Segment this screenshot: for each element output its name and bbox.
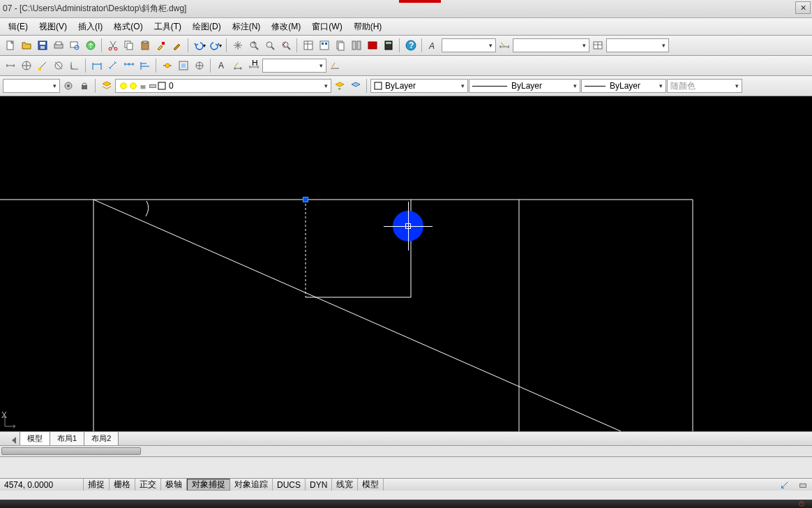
workspace-lock-icon[interactable] [77,78,92,94]
distance-icon[interactable] [3,58,18,73]
zoom-previous-icon[interactable] [278,38,294,53]
tablestyle-icon[interactable] [590,38,606,53]
menu-dimension[interactable]: 标注(N) [227,19,266,35]
dimstyle-icon[interactable] [497,38,512,53]
mtext-icon[interactable] [230,58,246,73]
layer-combo[interactable]: 0 ▾ [115,79,331,93]
annotation-scale-icon[interactable] [776,479,794,491]
status-ducs[interactable]: DUCS [273,479,306,491]
status-grid[interactable]: 栅格 [110,479,135,491]
h-scroll-thumb[interactable] [1,447,141,455]
menu-edit[interactable]: 辑(E) [3,19,33,35]
menu-modify[interactable]: 修改(M) [266,19,306,35]
model-geometry [0,96,812,431]
tab-model[interactable]: 模型 [20,431,50,445]
separator [188,38,189,52]
drawing-canvas[interactable]: X [0,96,812,431]
plotstyle-value: 随颜色 [670,80,696,92]
preview-icon[interactable] [67,38,82,53]
status-model[interactable]: 模型 [358,479,384,491]
color-combo[interactable]: ByLayer ▾ [370,79,468,93]
status-lwt[interactable]: 线宽 [332,479,358,491]
osnap-icon[interactable] [35,58,50,73]
dim-baseline-icon[interactable] [137,58,153,73]
properties-icon[interactable] [301,38,316,53]
close-icon[interactable]: ✕ [795,1,811,14]
tablestyle-combo[interactable]: ▾ [606,38,669,52]
workspace-settings-icon[interactable] [61,78,76,94]
tool-palette-icon[interactable] [349,38,364,53]
design-center-icon[interactable] [317,38,332,53]
tab-layout1[interactable]: 布局1 [50,431,84,445]
svg-line-20 [271,47,274,50]
layer-previous-icon[interactable] [332,78,347,94]
dim-aligned-icon[interactable] [105,58,121,73]
undo-icon[interactable]: ▾ [192,38,207,53]
menu-window[interactable]: 窗口(W) [306,19,347,35]
pan-icon[interactable] [230,38,246,53]
zoom-realtime-icon[interactable]: + [246,38,262,53]
status-otrack[interactable]: 对象追踪 [230,479,273,491]
publish-icon[interactable] [83,38,98,53]
open-icon[interactable] [19,38,34,53]
dim-linear-icon[interactable] [89,58,105,73]
h-scrollbar[interactable] [0,445,812,457]
plot-icon[interactable] [51,38,66,53]
linetype-combo[interactable]: ByLayer ▾ [469,79,580,93]
new-icon[interactable] [3,38,18,53]
calc-icon[interactable] [381,38,396,53]
lineweight-value: ByLayer [610,81,640,91]
menu-tools[interactable]: 工具(T) [149,19,187,35]
menu-format[interactable]: 格式(O) [108,19,148,35]
center-mark-icon[interactable] [192,58,207,73]
svg-rect-29 [338,43,344,50]
lineweight-combo[interactable]: ByLayer ▾ [581,79,666,93]
layer-manager-icon[interactable] [99,78,114,94]
brush-icon[interactable] [170,38,185,53]
workspace-combo[interactable]: ▾ [3,79,60,93]
status-snap[interactable]: 捕捉 [84,479,110,491]
dim-style-combo[interactable]: ▾ [262,59,326,73]
ucs-icon[interactable] [19,58,34,73]
leader-icon[interactable]: H [246,58,262,73]
zoom-window-icon[interactable] [262,38,278,53]
tab-layout2[interactable]: 布局2 [84,431,119,445]
sheet-set-icon[interactable] [333,38,348,53]
menu-insert[interactable]: 插入(I) [73,19,108,35]
paste-icon[interactable] [137,38,153,53]
menu-help[interactable]: 帮助(H) [348,19,388,35]
dimstyle-combo[interactable]: ▾ [513,38,589,52]
status-ortho[interactable]: 正交 [135,479,161,491]
copy-icon[interactable] [121,38,137,53]
plotstyle-combo[interactable]: 随颜色 ▾ [667,79,742,93]
text-icon[interactable]: A [214,58,230,73]
svg-rect-22 [304,41,313,50]
dim-continue-icon[interactable] [121,58,137,73]
save-icon[interactable] [35,38,50,53]
layer-states-icon[interactable] [348,78,363,94]
textstyle-icon[interactable]: A [426,38,441,53]
status-dyn[interactable]: DYN [306,479,332,491]
svg-rect-34 [386,42,391,44]
cut-icon[interactable] [105,38,121,53]
multi-leader-icon[interactable] [176,58,191,73]
status-osnap[interactable]: 对象捕捉 [187,479,230,491]
tab-nav-left-icon[interactable] [10,435,18,445]
markup-icon[interactable] [365,38,380,53]
angle-icon[interactable] [67,58,82,73]
help-icon[interactable]: ? [403,38,419,53]
redo-icon[interactable]: ▾ [208,38,223,53]
svg-rect-68 [800,484,806,487]
region-icon[interactable] [51,58,66,73]
dim-update-icon[interactable] [327,58,343,73]
dimension-toolbar: A H ▾ [0,56,812,76]
textstyle-combo[interactable]: ▾ [442,38,496,52]
match-properties-icon[interactable] [153,38,169,53]
menu-view[interactable]: 视图(V) [33,19,73,35]
svg-point-9 [109,47,112,50]
status-tray-icon[interactable] [794,479,812,491]
menu-draw[interactable]: 绘图(D) [187,19,227,35]
grip-point[interactable] [303,197,308,202]
quick-dim-icon[interactable] [160,58,175,73]
status-polar[interactable]: 极轴 [161,479,187,491]
